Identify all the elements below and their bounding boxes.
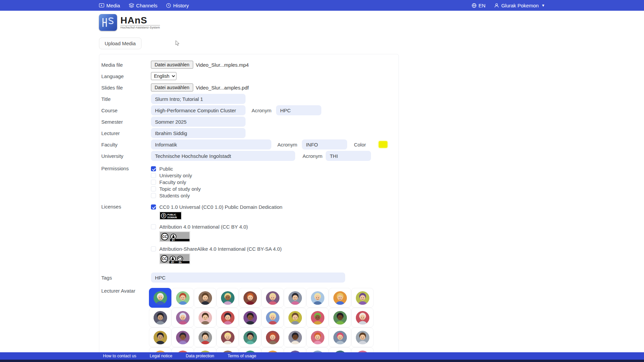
course-acronym-input[interactable] xyxy=(276,105,321,115)
faculty-color-swatch[interactable] xyxy=(379,141,387,148)
permissions-row: Permissions PublicUniversity onlyFaculty… xyxy=(101,164,398,199)
slides-file-choose-button[interactable]: Datei auswählen xyxy=(151,83,193,92)
nav-item-label: History xyxy=(173,3,189,8)
license-cc-by-checkbox[interactable] xyxy=(151,224,156,229)
avatar-option-13[interactable] xyxy=(194,308,216,327)
app-logo[interactable]: HAnS Hochschul-Assistenz-System xyxy=(99,13,545,32)
license-cc-by-sa-label[interactable]: Attribution-ShareAlike 4.0 International… xyxy=(159,246,282,252)
lecturer-label: Lecturer xyxy=(101,130,151,136)
faculty-acronym-label: Acronym xyxy=(277,142,297,147)
nav-item-media[interactable]: Media xyxy=(99,3,120,8)
license-cc-by-label[interactable]: Attribution 4.0 International (CC BY 4.0… xyxy=(159,224,248,230)
avatar-option-11[interactable] xyxy=(149,308,171,327)
license-cc-by-row: Attribution 4.0 International (CC BY 4.0… xyxy=(151,224,282,230)
permission-public-label[interactable]: Public xyxy=(159,166,173,172)
avatar-option-3[interactable] xyxy=(194,288,216,308)
avatar-option-9[interactable] xyxy=(329,288,351,308)
licenses-row: Licenses CC0 1.0 Universal (CC0 1.0) Pub… xyxy=(101,202,398,268)
avatar-option-5[interactable] xyxy=(239,288,261,308)
avatar-option-16[interactable] xyxy=(261,308,284,327)
permission-students-only-label[interactable]: Students only xyxy=(159,193,190,198)
avatar-option-10[interactable] xyxy=(351,288,374,308)
avatar-option-8[interactable] xyxy=(306,288,329,308)
university-acronym-label: Acronym xyxy=(303,153,322,159)
footer-link-how-to-contact-us[interactable]: How to contact us xyxy=(103,354,136,358)
app-subtitle: Hochschul-Assistenz-System xyxy=(120,25,160,29)
permission-students-only-checkbox[interactable] xyxy=(151,193,156,198)
permission-university-only-label[interactable]: University only xyxy=(159,173,192,178)
nav-item-label: Media xyxy=(106,3,120,8)
nav-item-label: Channels xyxy=(136,3,157,8)
course-input[interactable] xyxy=(151,105,246,115)
avatar-option-29[interactable] xyxy=(329,327,351,347)
permission-faculty-only-row: Faculty only xyxy=(151,179,201,185)
svg-text:PUBLIC: PUBLIC xyxy=(167,214,176,216)
language-switcher[interactable]: EN xyxy=(472,3,486,8)
lecturer-input[interactable] xyxy=(151,128,246,138)
language-select[interactable]: English xyxy=(151,72,176,80)
avatar-option-27[interactable] xyxy=(284,327,306,347)
permission-faculty-only-label[interactable]: Faculty only xyxy=(159,179,186,185)
avatar-option-2[interactable] xyxy=(171,288,194,308)
footer-link-legal-notice[interactable]: Legal notice xyxy=(150,354,172,358)
footer-link-data-protection[interactable]: Data protection xyxy=(186,354,214,358)
license-cc-by-sa-checkbox[interactable] xyxy=(151,246,156,251)
course-acronym-label: Acronym xyxy=(252,108,271,113)
navbar-main-menu: MediaChannelsHistory xyxy=(99,3,189,8)
avatar-option-4[interactable] xyxy=(216,288,239,308)
avatar-option-6[interactable] xyxy=(261,288,284,308)
footer-link-terms-of-usage[interactable]: Terms of usage xyxy=(228,354,256,358)
license-cc0-row: CC0 1.0 Universal (CC0 1.0) Public Domai… xyxy=(151,204,282,210)
avatar-option-22[interactable] xyxy=(171,327,194,347)
university-acronym-input[interactable] xyxy=(326,151,371,161)
avatar-option-19[interactable] xyxy=(329,308,351,327)
avatar-option-18[interactable] xyxy=(306,308,329,327)
avatar-option-28[interactable] xyxy=(306,327,329,347)
license-cc0-label[interactable]: CC0 1.0 Universal (CC0 1.0) Public Domai… xyxy=(159,204,282,210)
avatar-option-30[interactable] xyxy=(351,327,374,347)
permission-faculty-only-checkbox[interactable] xyxy=(151,180,156,185)
lecturer-avatar-label: Lecturer Avatar xyxy=(101,288,151,294)
faculty-acronym-input[interactable] xyxy=(302,139,347,149)
avatar-option-15[interactable] xyxy=(239,308,261,327)
permission-public-checkbox[interactable] xyxy=(151,166,156,171)
tags-input[interactable] xyxy=(151,273,345,283)
media-file-name: Video_Slur...mples.mp4 xyxy=(196,62,249,68)
media-file-choose-button[interactable]: Datei auswählen xyxy=(151,61,193,69)
svg-text:SA: SA xyxy=(178,261,181,263)
license-cc0-checkbox[interactable] xyxy=(151,204,156,209)
avatar-option-17[interactable] xyxy=(284,308,306,327)
slides-file-name: Video_Slur...amples.pdf xyxy=(196,85,249,90)
footer-strip xyxy=(0,360,644,362)
license-cc-by-sa-row: Attribution-ShareAlike 4.0 International… xyxy=(151,246,282,252)
permissions-list: PublicUniversity onlyFaculty onlyTopic o… xyxy=(151,166,201,199)
avatar-option-12[interactable] xyxy=(171,308,194,327)
university-label: University xyxy=(101,153,151,159)
avatar-option-20[interactable] xyxy=(351,308,374,327)
university-input[interactable] xyxy=(151,151,295,161)
tab-upload-media[interactable]: Upload Media xyxy=(99,38,142,49)
semester-input[interactable] xyxy=(151,117,246,127)
license-cc0: CC0 1.0 Universal (CC0 1.0) Public Domai… xyxy=(151,204,282,221)
faculty-input[interactable] xyxy=(151,139,271,149)
globe-icon xyxy=(472,3,477,8)
permission-topic-of-study-only-checkbox[interactable] xyxy=(151,186,156,191)
nav-item-history[interactable]: History xyxy=(166,3,189,8)
avatar-option-26[interactable] xyxy=(261,327,284,347)
avatar-option-24[interactable] xyxy=(216,327,239,347)
media-file-label: Media file xyxy=(101,62,151,68)
avatar-option-14[interactable] xyxy=(216,308,239,327)
title-input[interactable] xyxy=(151,94,246,104)
avatar-option-23[interactable] xyxy=(194,327,216,347)
avatar-option-25[interactable] xyxy=(239,327,261,347)
user-menu[interactable]: Glurak Pokemon ▼ xyxy=(494,3,545,8)
avatar-option-7[interactable] xyxy=(284,288,306,308)
nav-item-channels[interactable]: Channels xyxy=(129,3,157,8)
avatar-option-21[interactable] xyxy=(149,327,171,347)
permission-university-only-checkbox[interactable] xyxy=(151,173,156,178)
svg-text:CC: CC xyxy=(162,257,167,261)
permissions-label: Permissions xyxy=(101,166,151,171)
svg-text:CC: CC xyxy=(162,235,167,239)
avatar-option-1[interactable] xyxy=(149,288,171,308)
permission-topic-of-study-only-label[interactable]: Topic of study only xyxy=(159,186,201,192)
